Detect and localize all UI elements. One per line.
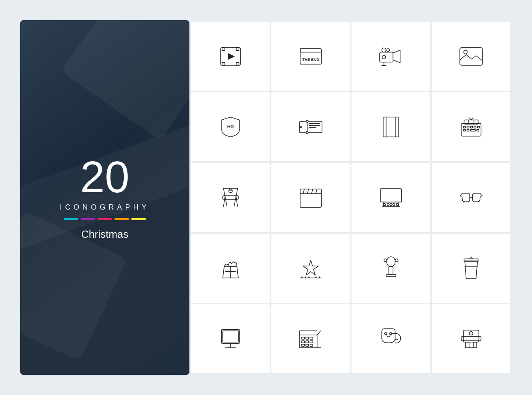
main-container: 20 ICONOGRAPHY Christmas: [20, 20, 512, 375]
color-bar-cyan: [64, 218, 78, 220]
icon-oscar-award[interactable]: [351, 234, 430, 303]
icon-film-strip[interactable]: [351, 92, 430, 161]
svg-point-12: [387, 48, 389, 51]
svg-rect-1: [222, 48, 225, 50]
icon-clapperboard[interactable]: [271, 163, 350, 232]
svg-rect-101: [305, 337, 308, 339]
svg-rect-43: [477, 126, 479, 128]
svg-line-55: [223, 196, 225, 206]
svg-rect-9: [380, 52, 393, 62]
svg-line-56: [236, 196, 237, 206]
icon-theater-masks[interactable]: [351, 304, 430, 373]
svg-rect-33: [384, 132, 385, 134]
icon-image-frame[interactable]: [432, 22, 510, 91]
color-bar-purple: [81, 218, 95, 220]
svg-rect-32: [384, 128, 385, 130]
svg-rect-35: [397, 123, 398, 125]
svg-rect-30: [384, 119, 385, 121]
svg-rect-102: [305, 341, 308, 343]
svg-point-25: [306, 120, 308, 122]
svg-point-107: [384, 333, 387, 335]
color-bar-orange: [114, 218, 129, 220]
icon-monitor-stand[interactable]: [191, 304, 270, 373]
icon-grid: THE END: [189, 20, 512, 375]
category-label: Christmas: [81, 228, 128, 241]
svg-point-26: [306, 131, 308, 133]
svg-point-11: [382, 48, 386, 52]
color-bar-yellow: [131, 218, 146, 220]
icon-star-walk[interactable]: [271, 234, 350, 303]
svg-text:THE END: THE END: [302, 57, 319, 61]
svg-rect-100: [301, 344, 304, 346]
svg-point-70: [387, 204, 389, 206]
svg-rect-18: [299, 121, 322, 133]
svg-rect-98: [301, 337, 304, 339]
svg-point-71: [390, 204, 392, 206]
svg-point-82: [315, 276, 317, 278]
svg-rect-86: [386, 274, 396, 276]
svg-rect-41: [470, 126, 472, 128]
icon-movie-ticket[interactable]: [271, 92, 350, 161]
svg-point-73: [396, 204, 398, 206]
icon-3d-glasses[interactable]: [432, 163, 510, 232]
icon-drink-cup[interactable]: [432, 234, 510, 303]
iconography-label: ICONOGRAPHY: [60, 203, 150, 212]
icon-cinema-screen[interactable]: [351, 163, 430, 232]
svg-rect-39: [463, 126, 465, 128]
svg-point-72: [393, 204, 395, 206]
svg-marker-77: [303, 260, 318, 275]
svg-point-88: [384, 259, 387, 262]
svg-rect-85: [389, 267, 393, 274]
svg-rect-111: [466, 342, 469, 348]
svg-rect-99: [301, 341, 304, 343]
svg-rect-42: [474, 126, 476, 128]
svg-point-81: [308, 276, 310, 278]
svg-rect-27: [386, 117, 396, 137]
svg-rect-44: [463, 129, 465, 131]
icon-count: 20: [80, 155, 129, 199]
svg-rect-6: [300, 48, 321, 64]
svg-rect-96: [222, 331, 238, 342]
svg-rect-37: [397, 132, 398, 134]
svg-point-16: [463, 50, 467, 54]
svg-point-80: [305, 276, 306, 278]
svg-rect-109: [463, 330, 479, 342]
svg-rect-3: [222, 62, 225, 65]
left-panel: 20 ICONOGRAPHY Christmas: [20, 20, 189, 375]
icon-cinema-seat[interactable]: [432, 304, 510, 373]
icon-directors-chair[interactable]: [191, 163, 270, 232]
svg-rect-59: [300, 193, 321, 207]
svg-rect-104: [310, 337, 313, 339]
svg-rect-46: [470, 129, 475, 131]
svg-rect-110: [461, 337, 481, 341]
icon-film-reel[interactable]: [271, 304, 350, 373]
svg-rect-4: [236, 62, 239, 65]
svg-rect-36: [397, 128, 398, 130]
icon-hd-box[interactable]: HD: [191, 92, 270, 161]
svg-rect-2: [236, 48, 239, 50]
color-bar-pink: [98, 218, 112, 220]
svg-rect-105: [310, 341, 313, 343]
svg-rect-34: [397, 119, 398, 121]
svg-marker-5: [228, 53, 235, 60]
svg-text:HD: HD: [227, 124, 233, 129]
svg-marker-10: [393, 50, 400, 63]
icon-film-play[interactable]: [191, 22, 270, 91]
icon-movie-camera[interactable]: [351, 22, 430, 91]
svg-rect-45: [467, 129, 469, 131]
icon-popcorn[interactable]: [191, 234, 270, 303]
svg-rect-47: [477, 129, 479, 131]
svg-rect-40: [467, 126, 469, 128]
svg-point-87: [395, 259, 398, 262]
svg-rect-65: [380, 189, 401, 202]
svg-point-79: [301, 276, 303, 278]
icon-the-end[interactable]: THE END: [271, 22, 350, 91]
svg-point-69: [383, 204, 385, 206]
svg-rect-7: [300, 48, 321, 52]
svg-point-15: [382, 55, 386, 59]
icon-typewriter[interactable]: [432, 92, 510, 161]
svg-rect-103: [305, 344, 308, 346]
svg-rect-106: [310, 344, 313, 346]
svg-point-84: [387, 257, 395, 267]
svg-rect-38: [461, 123, 481, 136]
